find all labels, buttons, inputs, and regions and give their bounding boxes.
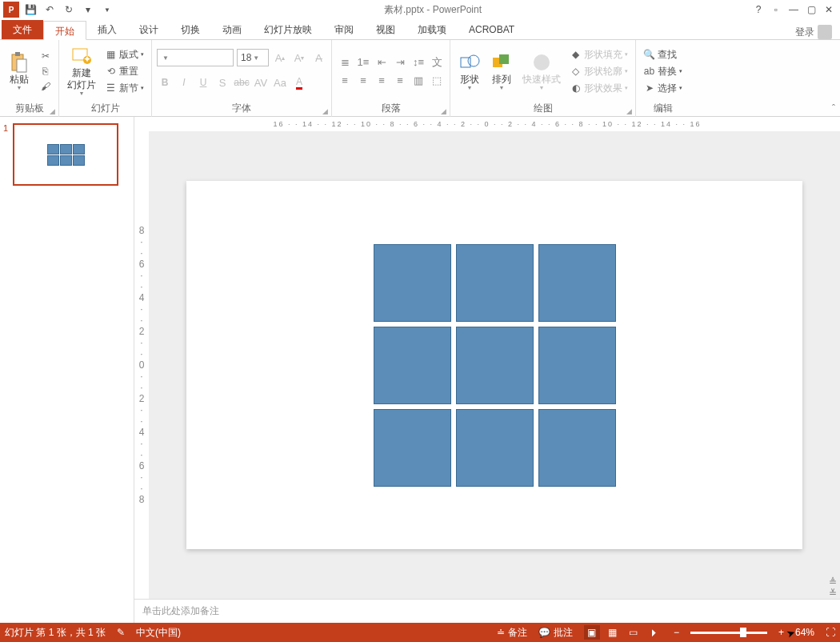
bold-icon[interactable]: B xyxy=(157,74,173,90)
qat-dropdown-icon[interactable]: ▼ xyxy=(99,2,115,18)
align-left-icon[interactable]: ≡ xyxy=(337,73,353,89)
zoom-slider[interactable] xyxy=(690,632,767,634)
ribbon-options-icon[interactable]: ▫ xyxy=(768,2,784,18)
clear-formatting-icon[interactable]: A̶ xyxy=(310,50,326,66)
thumbnail-item[interactable]: 1 xyxy=(3,123,130,186)
dialog-launcher-icon[interactable]: ◢ xyxy=(441,107,446,115)
vertical-ruler[interactable]: 8·· 6·· 4·· 2·· 0·· 2·· 4·· 6·· 8 xyxy=(134,131,149,599)
shape-rectangle[interactable] xyxy=(374,244,451,322)
shape-rectangle[interactable] xyxy=(456,244,534,322)
comments-button[interactable]: 💬 批注 xyxy=(538,626,573,640)
font-color-icon[interactable]: A xyxy=(291,74,307,90)
shadow-icon[interactable]: S xyxy=(214,74,230,90)
shape-rectangle[interactable] xyxy=(538,327,616,404)
zoom-value[interactable]: 64% xyxy=(795,627,814,638)
select-button[interactable]: ➤选择 ▾ xyxy=(641,81,685,96)
tab-review[interactable]: 审阅 xyxy=(323,20,365,39)
italic-icon[interactable]: I xyxy=(176,74,192,90)
decrease-indent-icon[interactable]: ⇤ xyxy=(374,54,390,70)
align-right-icon[interactable]: ≡ xyxy=(374,73,390,89)
reset-button[interactable]: ⟲重置 xyxy=(102,64,146,79)
columns-icon[interactable]: ▥ xyxy=(410,73,426,89)
text-direction-icon[interactable]: 文 xyxy=(429,54,445,70)
slide-position[interactable]: 幻灯片 第 1 张，共 1 张 xyxy=(5,626,106,640)
zoom-handle[interactable] xyxy=(740,628,746,637)
redo-icon[interactable]: ↻ xyxy=(61,2,77,18)
font-size-combo[interactable]: 18▼ xyxy=(237,49,269,66)
tab-insert[interactable]: 插入 xyxy=(86,20,128,39)
fit-slide-icon[interactable]: ⛶ xyxy=(826,627,835,638)
quick-styles-button[interactable]: 快速样式▼ xyxy=(519,50,564,94)
tab-home[interactable]: 开始 xyxy=(43,21,86,40)
shape-effects-button[interactable]: ◐形状效果 ▾ xyxy=(567,81,630,96)
replace-button[interactable]: ab替换 ▾ xyxy=(641,64,685,79)
cut-button[interactable]: ✂ xyxy=(37,50,54,63)
slide[interactable] xyxy=(186,181,802,549)
normal-view-icon[interactable]: ▣ xyxy=(584,625,600,640)
tab-animations[interactable]: 动画 xyxy=(211,20,253,39)
shape-rectangle[interactable] xyxy=(374,327,451,404)
shape-rectangle[interactable] xyxy=(456,327,534,404)
shape-rectangle[interactable] xyxy=(374,409,451,487)
shape-rectangle[interactable] xyxy=(456,409,534,487)
arrange-button[interactable]: 排列▼ xyxy=(487,50,516,94)
zoom-in-icon[interactable]: + xyxy=(778,627,784,638)
tab-acrobat[interactable]: ACROBAT xyxy=(458,20,526,39)
decrease-font-icon[interactable]: A▾ xyxy=(291,50,307,66)
smartart-icon[interactable]: ⬚ xyxy=(429,73,445,89)
shape-outline-button[interactable]: ◇形状轮廓 ▾ xyxy=(567,64,630,79)
slide-thumbnails[interactable]: 1 xyxy=(0,117,134,623)
dialog-launcher-icon[interactable]: ◢ xyxy=(50,107,55,115)
start-from-beginning-icon[interactable]: ▾ xyxy=(80,2,96,18)
find-button[interactable]: 🔍查找 xyxy=(641,47,685,62)
layout-button[interactable]: ▦版式 ▾ xyxy=(102,47,146,62)
next-slide-icon[interactable]: ≚ xyxy=(829,588,837,599)
shape-rectangle[interactable] xyxy=(538,409,616,487)
paste-button[interactable]: 粘贴 ▼ xyxy=(5,50,34,94)
shape-rectangle[interactable] xyxy=(538,244,616,322)
change-case-icon[interactable]: Aa xyxy=(272,74,288,90)
new-slide-button[interactable]: ✦ 新建 幻灯片 ▼ xyxy=(64,43,99,98)
minimize-icon[interactable]: — xyxy=(786,2,802,18)
save-icon[interactable]: 💾 xyxy=(22,2,38,18)
strikethrough-icon[interactable]: abc xyxy=(234,74,250,90)
spellcheck-icon[interactable]: ✎ xyxy=(117,627,125,638)
help-icon[interactable]: ? xyxy=(750,2,766,18)
tab-addins[interactable]: 加载项 xyxy=(406,20,458,39)
login[interactable]: 登录 xyxy=(787,25,840,39)
shape-fill-button[interactable]: ◆形状填充 ▾ xyxy=(567,47,630,62)
increase-font-icon[interactable]: A▴ xyxy=(272,50,288,66)
shapes-button[interactable]: 形状▼ xyxy=(455,50,484,94)
align-center-icon[interactable]: ≡ xyxy=(355,73,371,89)
close-icon[interactable]: ✕ xyxy=(821,2,837,18)
dialog-launcher-icon[interactable]: ◢ xyxy=(626,107,632,115)
prev-slide-icon[interactable]: ≜ xyxy=(829,576,837,588)
increase-indent-icon[interactable]: ⇥ xyxy=(392,54,408,70)
language-button[interactable]: 中文(中国) xyxy=(136,626,181,640)
tab-view[interactable]: 视图 xyxy=(365,20,406,39)
thumbnail-preview[interactable] xyxy=(13,123,118,186)
section-button[interactable]: ☰新节 ▾ xyxy=(102,81,146,96)
sorter-view-icon[interactable]: ▦ xyxy=(605,625,621,640)
tab-transitions[interactable]: 切换 xyxy=(170,20,211,39)
format-painter-button[interactable]: 🖌 xyxy=(37,80,54,94)
slideshow-view-icon[interactable]: ⏵ xyxy=(646,625,662,640)
char-spacing-icon[interactable]: AV xyxy=(253,74,269,90)
vertical-scrollbar[interactable]: ≜ ≚ xyxy=(827,131,838,599)
bullets-icon[interactable]: ≣ xyxy=(337,54,353,70)
horizontal-ruler[interactable]: 16 · · 14 · · 12 · · 10 · · 8 · · 6 · · … xyxy=(134,117,840,131)
numbering-icon[interactable]: 1≡ xyxy=(355,54,371,70)
tab-slideshow[interactable]: 幻灯片放映 xyxy=(253,20,323,39)
notes-button[interactable]: ≐ 备注 xyxy=(497,626,527,640)
line-spacing-icon[interactable]: ↕≡ xyxy=(410,54,426,70)
underline-icon[interactable]: U xyxy=(195,74,211,90)
justify-icon[interactable]: ≡ xyxy=(392,73,408,89)
copy-button[interactable]: ⎘ xyxy=(37,65,54,78)
dialog-launcher-icon[interactable]: ◢ xyxy=(322,107,328,115)
font-name-combo[interactable]: ▼ xyxy=(157,49,234,66)
maximize-icon[interactable]: ▢ xyxy=(803,2,819,18)
undo-icon[interactable]: ↶ xyxy=(42,2,58,18)
notes-pane[interactable]: 单击此处添加备注 xyxy=(134,599,840,623)
reading-view-icon[interactable]: ▭ xyxy=(626,625,642,640)
tab-design[interactable]: 设计 xyxy=(128,20,170,39)
